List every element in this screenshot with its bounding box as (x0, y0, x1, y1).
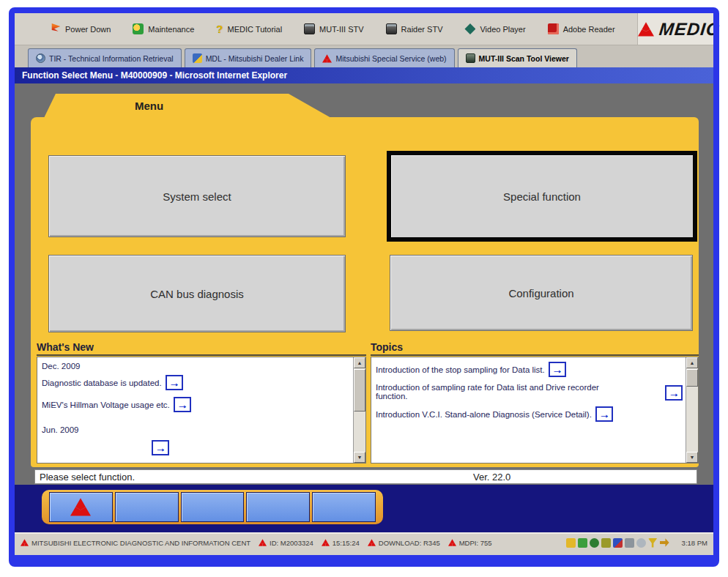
tab-mdl[interactable]: MDL - Mitsubishi Dealer Link (185, 48, 312, 67)
toolbar-item-label: Adobe Reader (563, 25, 615, 34)
scrollbar-up-button[interactable] (686, 357, 698, 368)
power-down-icon (50, 23, 61, 34)
taskbar-segment-mdpi: MDPI: 755 (448, 539, 492, 547)
whats-new-entry: Diagnostic database is updated. (42, 379, 162, 387)
status-bar: Please select function. Ver. 22.0 (34, 469, 697, 484)
app-tab-bar: TIR - Technical Information Retrieval MD… (15, 45, 713, 67)
scrollbar-thumb[interactable] (686, 369, 698, 387)
list-item: Introduction of the stop sampling for Da… (376, 362, 684, 377)
tray-icon-8[interactable] (648, 538, 658, 548)
taskbar-segment-id: ID: M2003324 (259, 539, 313, 547)
whats-new-entry: Dec. 2009 (42, 362, 80, 371)
arrow-button[interactable] (549, 362, 566, 377)
scrollbar-down-button[interactable] (686, 452, 698, 463)
toolbar-item-medic-tutorial[interactable]: MEDIC Tutorial (216, 23, 282, 34)
button-label: CAN bus diagnosis (150, 288, 244, 300)
tray-icon-9[interactable] (660, 538, 669, 548)
button-label: Special function (503, 190, 581, 203)
taskbar-segment-time: 15:15:24 (322, 539, 360, 547)
topics-scrollbar[interactable] (686, 357, 698, 463)
can-bus-diagnosis-button[interactable]: CAN bus diagnosis (48, 255, 346, 332)
mitsubishi-logo-icon (638, 22, 654, 37)
tray-icon-6[interactable] (625, 538, 634, 548)
whats-new-content: Dec. 2009 Diagnostic database is updated… (37, 357, 353, 463)
globe-icon (36, 53, 45, 63)
whats-new-list: Dec. 2009 Diagnostic database is updated… (37, 357, 366, 464)
toolbar-item-power-down[interactable]: Power Down (50, 23, 111, 34)
window-title: Function Select Menu - M40000909 - Micro… (22, 70, 287, 81)
tab-label: Mitsubishi Special Service (web) (335, 54, 446, 63)
mitsubishi-logo-icon (70, 498, 91, 516)
taskbar-label: ID: M2003324 (270, 539, 313, 547)
topics-list: Introduction of the stop sampling for Da… (371, 357, 699, 464)
toolbar-item-video-player[interactable]: Video Player (464, 23, 525, 34)
app-toolbar: Power Down Maintenance MEDIC Tutorial MU… (15, 13, 713, 45)
toolbar-item-adobe-reader[interactable]: Adobe Reader (548, 23, 615, 34)
tab-label: TIR - Technical Information Retrieval (49, 54, 174, 63)
list-item: Introduction V.C.I. Stand-alone Diagnosi… (376, 406, 684, 422)
arrow-button[interactable] (595, 406, 613, 422)
toolbar-item-label: MEDIC Tutorial (228, 25, 283, 34)
scrollbar-up-button[interactable] (354, 357, 365, 368)
tray-icon-1[interactable] (566, 538, 576, 548)
menu-tab-label: Menu (135, 100, 163, 112)
quick-launch-button-4[interactable] (246, 492, 310, 522)
tray-icon-4[interactable] (601, 538, 611, 548)
tab-tir[interactable]: TIR - Technical Information Retrieval (28, 48, 182, 67)
topics-entry: Introduction V.C.I. Stand-alone Diagnosi… (376, 410, 592, 419)
quick-launch-button-home[interactable] (49, 492, 113, 522)
status-message: Please select function. (40, 472, 135, 483)
tab-special-service[interactable]: Mitsubishi Special Service (web) (314, 48, 454, 67)
toolbar-item-mut3-stv[interactable]: MUT-III STV (304, 23, 364, 34)
mitsubishi-logo-icon (448, 539, 456, 546)
quick-launch-buttons (49, 492, 376, 522)
taskbar: MITSUBISHI ELECTRONIC DIAGNOSTIC AND INF… (15, 532, 713, 551)
special-function-button[interactable]: Special function (387, 151, 697, 242)
toolbar-item-label: Raider STV (401, 25, 443, 34)
quick-launch-button-3[interactable] (181, 492, 245, 522)
quick-launch-button-5[interactable] (312, 492, 376, 522)
toolbar-item-raider-stv[interactable]: Raider STV (386, 23, 443, 34)
toolbar-item-maintenance[interactable]: Maintenance (133, 23, 194, 34)
scrollbar-down-button[interactable] (354, 452, 365, 463)
viewer-icon (466, 53, 475, 63)
tray-icon-5[interactable] (613, 538, 623, 548)
taskbar-clock: 3:18 PM (682, 539, 707, 547)
arrow-button[interactable] (665, 385, 683, 401)
bottom-strip (15, 485, 713, 532)
whats-new-entry: Jun. 2009 (42, 425, 79, 434)
arrow-button[interactable] (174, 397, 191, 412)
version-label: Ver. 22.0 (473, 472, 510, 483)
quick-launch-button-2[interactable] (115, 492, 179, 522)
mitsubishi-logo-icon (21, 539, 29, 546)
adobe-reader-icon (548, 23, 559, 34)
configuration-button[interactable]: Configuration (390, 255, 693, 331)
list-item: Jun. 2009 (42, 425, 352, 434)
arrow-button[interactable] (152, 440, 169, 455)
list-item: Diagnostic database is updated. (42, 375, 352, 390)
window-titlebar: Function Select Menu - M40000909 - Micro… (15, 67, 713, 83)
scrollbar-thumb[interactable] (354, 369, 365, 412)
tray-icon-2[interactable] (578, 538, 587, 548)
menu-tab[interactable]: Menu (44, 94, 331, 118)
whats-new-scrollbar[interactable] (353, 357, 365, 463)
tray-icon-3[interactable] (590, 538, 599, 548)
toolbar-item-label: Power Down (65, 25, 111, 34)
topics-entry: Introduction of the stop sampling for Da… (376, 365, 545, 374)
taskbar-segment-title: MITSUBISHI ELECTRONIC DIAGNOSTIC AND INF… (21, 539, 250, 547)
mitsubishi-logo-icon (368, 539, 376, 546)
dealer-link-icon (193, 53, 202, 63)
quick-launch-bar (42, 490, 383, 524)
medic-screen: Power Down Maintenance MEDIC Tutorial MU… (15, 13, 713, 555)
function-select-panel: System select Special function CAN bus d… (31, 117, 699, 467)
maintenance-icon (133, 23, 144, 34)
tray-icon-7[interactable] (636, 538, 646, 548)
system-select-button[interactable]: System select (48, 155, 346, 237)
scan-tool-icon (304, 23, 315, 34)
tab-mut3-scan-tool-viewer[interactable]: MUT-III Scan Tool Viewer (458, 48, 577, 67)
main-area: Menu System select Special function CAN … (15, 83, 713, 485)
arrow-button[interactable] (166, 375, 183, 390)
topics-entry: Introduction of sampling rate for Data l… (376, 383, 617, 401)
video-player-icon (464, 23, 475, 34)
tab-label: MUT-III Scan Tool Viewer (479, 54, 569, 63)
